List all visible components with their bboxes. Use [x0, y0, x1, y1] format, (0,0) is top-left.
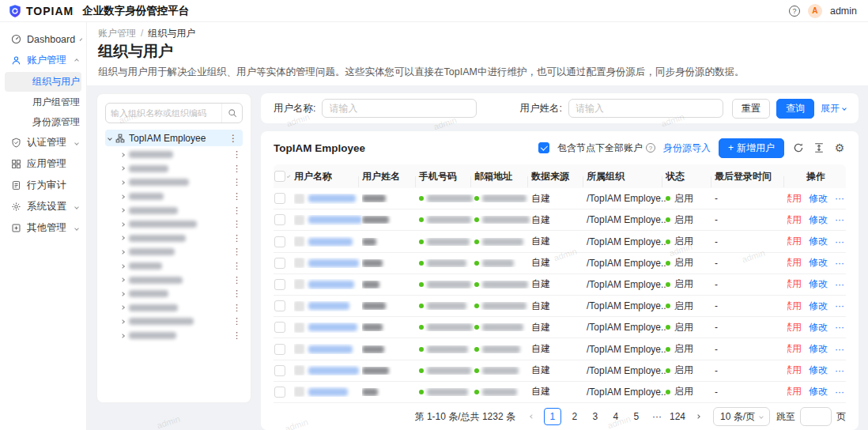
tree-root-node[interactable]: TopIAM Employee ⋮: [105, 130, 243, 146]
more-actions-icon[interactable]: ⋮: [231, 164, 243, 173]
tree-node[interactable]: ⋮: [105, 287, 243, 301]
tree-expand-icon[interactable]: [120, 236, 125, 241]
page-number[interactable]: 5: [628, 408, 645, 425]
row-checkbox[interactable]: [274, 279, 285, 290]
disable-link[interactable]: 禁用: [787, 277, 802, 291]
more-actions-icon[interactable]: ⋮: [231, 150, 243, 159]
tree-expand-icon[interactable]: [120, 222, 125, 227]
sidebar-item-authn[interactable]: 认证管理: [0, 132, 86, 153]
question-circle-icon[interactable]: ?: [646, 143, 655, 153]
row-checkbox[interactable]: [274, 344, 285, 355]
disable-link[interactable]: 禁用: [787, 256, 802, 270]
username-link-redacted[interactable]: [308, 238, 353, 246]
sidebar-item-app[interactable]: 应用管理: [0, 153, 86, 175]
select-all-checkbox[interactable]: [274, 171, 285, 182]
more-actions-icon[interactable]: ⋮: [231, 317, 243, 326]
avatar[interactable]: A: [808, 4, 822, 18]
col-email[interactable]: 邮箱地址: [474, 170, 531, 183]
username-filter-input[interactable]: [322, 99, 477, 118]
disable-link[interactable]: 禁用: [787, 342, 802, 356]
tree-expand-icon[interactable]: [120, 180, 125, 185]
username-link-redacted[interactable]: [308, 388, 348, 396]
more-actions-link[interactable]: ···: [835, 258, 844, 269]
more-actions-link[interactable]: ···: [835, 214, 844, 225]
include-all-checkbox[interactable]: [538, 142, 549, 153]
reset-button[interactable]: 重置: [732, 99, 770, 119]
more-actions-icon[interactable]: ⋮: [231, 234, 243, 243]
sidebar-item-user-group[interactable]: 用户组管理: [0, 92, 86, 112]
modify-link[interactable]: 修改: [809, 235, 828, 248]
username-link-redacted[interactable]: [308, 323, 357, 331]
username-link-redacted[interactable]: [308, 345, 353, 353]
tree-expand-icon[interactable]: [120, 250, 125, 255]
username-link-redacted[interactable]: [308, 281, 354, 289]
page-number-current[interactable]: 1: [544, 408, 561, 425]
disable-link[interactable]: 禁用: [787, 213, 802, 227]
page-size-select[interactable]: 10 条/页: [713, 407, 770, 426]
row-checkbox[interactable]: [274, 214, 285, 225]
density-icon[interactable]: [813, 141, 825, 154]
tree-node[interactable]: ⋮: [105, 329, 243, 343]
next-page-icon[interactable]: [689, 408, 707, 425]
sidebar-item-dashboard[interactable]: Dashboard: [0, 28, 86, 50]
tree-node[interactable]: ⋮: [105, 162, 243, 176]
sidebar-item-org-user[interactable]: 组织与用户: [5, 72, 81, 92]
username-link-redacted[interactable]: [308, 302, 349, 310]
more-actions-icon[interactable]: ⋮: [231, 276, 243, 285]
modify-link[interactable]: 修改: [809, 364, 828, 377]
more-actions-icon[interactable]: ⋮: [231, 262, 243, 270]
expand-link[interactable]: 展开: [821, 102, 846, 115]
tree-node[interactable]: ⋮: [105, 315, 243, 329]
row-checkbox[interactable]: [274, 387, 285, 398]
disable-link[interactable]: 禁用: [787, 192, 802, 206]
tree-expand-icon[interactable]: [120, 167, 125, 172]
modify-link[interactable]: 修改: [809, 342, 828, 356]
row-checkbox[interactable]: [274, 365, 285, 376]
modify-link[interactable]: 修改: [809, 213, 828, 227]
org-search-input[interactable]: [106, 108, 221, 118]
tree-node[interactable]: ⋮: [105, 232, 243, 246]
query-button[interactable]: 查询: [776, 99, 814, 119]
sidebar-item-settings[interactable]: 系统设置: [0, 196, 86, 217]
brand[interactable]: TOPIAM 企业数字身份管控平台: [8, 4, 189, 18]
column-settings-icon[interactable]: ⚙: [833, 141, 846, 154]
tree-node[interactable]: ⋮: [105, 190, 243, 204]
tree-node[interactable]: ⋮: [105, 217, 243, 232]
more-actions-link[interactable]: ···: [835, 344, 844, 355]
search-icon[interactable]: [221, 104, 242, 123]
username-link-redacted[interactable]: [308, 259, 359, 267]
tree-expand-icon[interactable]: [120, 153, 125, 157]
breadcrumb-account[interactable]: 账户管理: [98, 27, 136, 40]
more-actions-link[interactable]: ···: [835, 322, 844, 333]
more-actions-icon[interactable]: ⋮: [231, 331, 243, 340]
disable-link[interactable]: 禁用: [787, 364, 802, 377]
more-actions-icon[interactable]: ⋮: [227, 134, 240, 143]
disable-link[interactable]: 禁用: [787, 235, 802, 248]
fullname-filter-input[interactable]: [568, 99, 723, 118]
modify-link[interactable]: 修改: [809, 300, 828, 313]
refresh-icon[interactable]: [792, 141, 805, 154]
more-actions-icon[interactable]: ⋮: [231, 304, 243, 312]
jump-page-input[interactable]: [800, 407, 832, 426]
help-icon[interactable]: ?: [789, 6, 800, 17]
page-number[interactable]: 2: [566, 408, 583, 425]
modify-link[interactable]: 修改: [809, 385, 828, 398]
row-checkbox[interactable]: [274, 258, 285, 269]
sidebar-item-audit[interactable]: 行为审计: [0, 175, 86, 196]
col-org[interactable]: 所属组织: [587, 170, 666, 183]
more-actions-link[interactable]: ···: [835, 300, 844, 311]
row-checkbox[interactable]: [274, 236, 285, 247]
modify-link[interactable]: 修改: [809, 321, 828, 334]
col-last-login[interactable]: 最后登录时间: [715, 170, 787, 183]
more-actions-link[interactable]: ···: [835, 279, 844, 290]
tree-node[interactable]: ⋮: [105, 148, 243, 162]
row-checkbox[interactable]: [274, 300, 285, 311]
more-actions-link[interactable]: ···: [835, 365, 844, 376]
more-actions-link[interactable]: ···: [835, 236, 844, 247]
more-actions-icon[interactable]: ⋮: [231, 192, 243, 201]
username-link-redacted[interactable]: [308, 216, 362, 224]
col-source[interactable]: 数据来源: [531, 170, 587, 183]
disable-link[interactable]: 禁用: [787, 300, 802, 313]
more-actions-icon[interactable]: ⋮: [231, 178, 243, 187]
tree-node[interactable]: ⋮: [105, 203, 243, 217]
